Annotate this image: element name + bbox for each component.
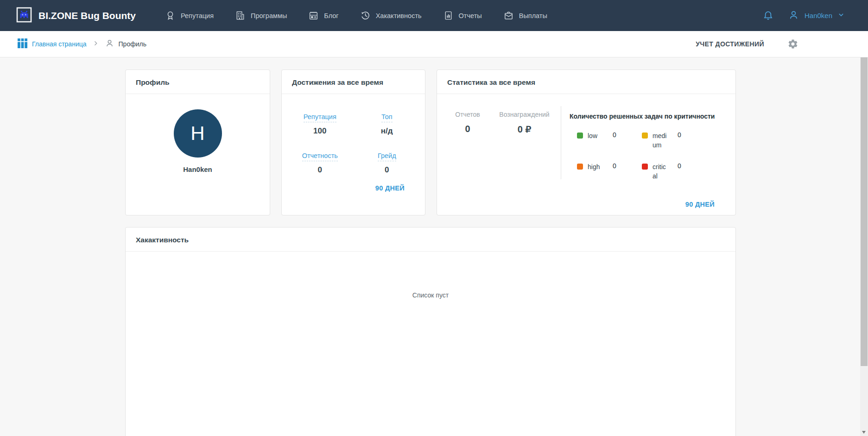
breadcrumb-home-label: Главная страница (32, 40, 87, 48)
severity-label-high: high (588, 162, 603, 171)
user-menu[interactable]: Han0ken (788, 9, 845, 22)
bug-logo-icon (16, 6, 32, 25)
medal-icon (165, 10, 176, 21)
statistics-body: Отчетов 0 Вознаграждений 0 ₽ Количество … (437, 94, 735, 181)
profile-card-title: Профиль (126, 70, 270, 94)
stat-grade: Грейд 0 (354, 152, 421, 175)
stat-value-top: н/д (354, 126, 421, 136)
stat-reporting: Отчетность 0 (286, 152, 354, 175)
bugbounty-dashboard-page: BI.ZONE Bug Bounty Репутация (0, 0, 868, 436)
nav-item-label: Выплаты (519, 12, 547, 19)
main-content: Профиль H Han0ken Достижения за все врем… (0, 57, 868, 436)
nav-item-payouts[interactable]: Выплаты (493, 0, 558, 31)
hackactivity-body: Список пуст (126, 252, 735, 299)
chevron-down-icon (837, 11, 845, 20)
breadcrumb-current-label: Профиль (119, 40, 146, 48)
breadcrumb-bar-right: УЧЕТ ДОСТИЖЕНИЙ (696, 38, 798, 50)
history-icon (360, 10, 371, 21)
briefcase-icon (503, 10, 514, 21)
achievements-card-title: Достижения за все время (282, 70, 425, 94)
stat-value-grade: 0 (354, 165, 421, 175)
avatar: H (174, 109, 222, 158)
severity-title: Количество решенных задач по критичности (570, 113, 726, 120)
empty-list-text: Список пуст (126, 291, 735, 299)
severity-swatch-critical (642, 164, 648, 170)
profile-card-body: H Han0ken (126, 109, 270, 173)
stat-value-reputation: 100 (286, 126, 354, 136)
building-icon (235, 10, 246, 21)
severity-item-critical: critical 0 (642, 162, 707, 181)
severity-item-medium: medium 0 (642, 131, 707, 150)
stat-label-reporting[interactable]: Отчетность (302, 152, 338, 161)
nav-item-reports[interactable]: Отчеты (432, 0, 493, 31)
nav-item-label: Программы (251, 12, 287, 19)
severity-value-high: 0 (613, 162, 616, 170)
brand-title: BI.ZONE Bug Bounty (38, 10, 136, 21)
user-icon (788, 9, 799, 22)
nav-item-label: Отчеты (459, 12, 482, 19)
nav-item-label: Репутация (181, 12, 214, 19)
achievements-card: Достижения за все время Репутация 100 То… (281, 70, 425, 215)
severity-label-medium: medium (653, 131, 668, 150)
hackactivity-card-title: Хакактивность (126, 227, 735, 252)
statistics-link-row: 90 ДНЕЙ (685, 200, 715, 209)
kpi-rewards-value: 0 ₽ (491, 124, 558, 135)
severity-label-low: low (588, 131, 603, 140)
newspaper-icon (308, 10, 319, 21)
nav-item-label: Хакактивность (376, 12, 422, 19)
summary-cards-row: Профиль H Han0ken Достижения за все врем… (125, 70, 868, 215)
nav-item-label: Блог (324, 12, 338, 19)
statistics-card-title: Статистика за все время (437, 70, 735, 94)
username-label: Han0ken (805, 12, 832, 19)
severity-value-critical: 0 (678, 162, 681, 170)
severity-item-low: low 0 (577, 131, 642, 150)
main-nav: Репутация Программы (154, 0, 558, 31)
nav-item-programs[interactable]: Программы (224, 0, 298, 31)
achievements-record-button[interactable]: УЧЕТ ДОСТИЖЕНИЙ (696, 40, 764, 48)
chevron-right-icon (93, 40, 99, 48)
profile-person-icon (105, 38, 114, 50)
severity-section: Количество решенных задач по критичности… (566, 106, 726, 181)
report-icon (443, 10, 454, 21)
notifications-bell-icon[interactable] (762, 10, 774, 21)
navbar-right: Han0ken (762, 9, 845, 22)
stat-top: Топ н/д (354, 113, 421, 136)
scrollbar-down-arrow-icon[interactable] (862, 431, 866, 434)
brand-logo[interactable]: BI.ZONE Bug Bounty (16, 6, 136, 25)
severity-swatch-low (577, 133, 583, 139)
breadcrumb-bar: Главная страница Профиль УЧЕТ ДОСТИЖЕНИЙ (0, 31, 868, 57)
stat-label-grade[interactable]: Грейд (378, 152, 396, 161)
profile-username: Han0ken (126, 165, 270, 173)
achievements-link-row: 90 ДНЕЙ (282, 175, 425, 192)
severity-item-high: high 0 (577, 162, 642, 181)
statistics-90-days-link[interactable]: 90 ДНЕЙ (685, 201, 715, 208)
profile-card: Профиль H Han0ken (125, 70, 270, 215)
hackactivity-card: Хакактивность Список пуст (125, 227, 736, 436)
vertical-divider (561, 106, 561, 179)
vertical-scrollbar[interactable] (860, 57, 868, 436)
nav-item-reputation[interactable]: Репутация (154, 0, 224, 31)
gear-icon[interactable] (787, 38, 798, 50)
breadcrumb: Главная страница Профиль (18, 38, 146, 50)
dashboard-grid-icon (18, 38, 27, 50)
kpi-reports-label: Отчетов (444, 111, 491, 118)
severity-value-low: 0 (613, 131, 616, 139)
stat-value-reporting: 0 (286, 165, 354, 175)
kpi-reports-value: 0 (444, 124, 491, 134)
kpi-rewards: Вознаграждений 0 ₽ (491, 111, 558, 181)
severity-value-medium: 0 (678, 131, 681, 139)
stat-reputation: Репутация 100 (286, 113, 354, 136)
kpi-reports: Отчетов 0 (444, 111, 491, 181)
breadcrumb-home-link[interactable]: Главная страница (18, 38, 87, 50)
statistics-kpis: Отчетов 0 Вознаграждений 0 ₽ (444, 111, 558, 181)
statistics-card: Статистика за все время Отчетов 0 Вознаг… (437, 70, 736, 215)
nav-item-blog[interactable]: Блог (298, 0, 349, 31)
severity-swatch-high (577, 164, 583, 170)
breadcrumb-current: Профиль (105, 38, 146, 50)
achievements-grid: Репутация 100 Топ н/д Отчетность 0 Грейд… (282, 94, 425, 175)
scrollbar-thumb[interactable] (861, 57, 868, 366)
achievements-90-days-link[interactable]: 90 ДНЕЙ (375, 184, 405, 192)
nav-item-hackactivity[interactable]: Хакактивность (349, 0, 432, 31)
stat-label-top[interactable]: Топ (381, 113, 393, 122)
stat-label-reputation[interactable]: Репутация (304, 113, 336, 122)
